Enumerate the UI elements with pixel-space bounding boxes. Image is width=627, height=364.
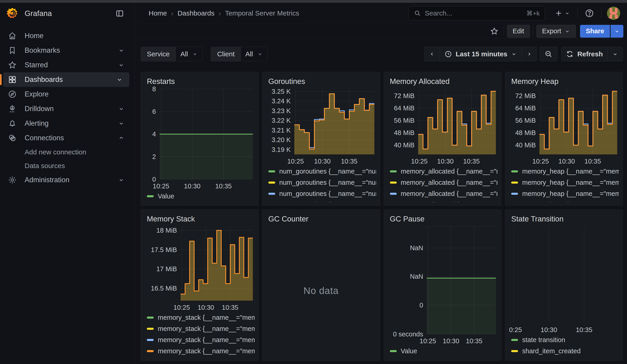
sidebar-item-label: Home: [25, 32, 44, 40]
chevron-down-icon: [118, 47, 125, 54]
header-divider: [577, 8, 577, 18]
legend-item[interactable]: num_goroutines {__name__="num_go: [268, 166, 376, 177]
window-title-strip: [0, 0, 627, 3]
favorite-star-button[interactable]: [488, 25, 500, 37]
sidebar-item-bookmarks[interactable]: Bookmarks: [0, 43, 134, 58]
refresh-group: Refresh: [561, 47, 623, 61]
avatar[interactable]: [607, 7, 620, 20]
svg-text:0 seconds: 0 seconds: [393, 330, 423, 338]
sidebar-subitem-label: Data sources: [25, 162, 65, 170]
svg-text:3.25 K: 3.25 K: [271, 88, 291, 95]
svg-text:64 MiB: 64 MiB: [394, 104, 414, 112]
panel-chart: 40 MiB48 MiB56 MiB64 MiB72 MiB10:2510:30…: [509, 87, 619, 165]
panel: State Transition 10:2510:3010:35 state t…: [505, 209, 623, 361]
legend-item[interactable]: memory_allocated {__name__="memc: [390, 188, 498, 199]
client-variable[interactable]: Client All: [211, 47, 268, 61]
header-divider: [601, 8, 601, 18]
sidebar-item-data-sources[interactable]: Data sources: [0, 159, 134, 173]
share-menu-button[interactable]: [611, 25, 623, 38]
sidebar-item-home[interactable]: Home: [0, 29, 134, 43]
panel-title[interactable]: Restarts: [145, 75, 255, 87]
panel-title[interactable]: Memory Heap: [509, 75, 619, 87]
sidebar-item-alerting[interactable]: Alerting: [0, 116, 134, 131]
grafana-logo[interactable]: [6, 7, 19, 20]
panel-title[interactable]: Memory Stack: [145, 213, 255, 224]
service-variable-selected: All: [180, 50, 188, 58]
sidebar-item-drilldown[interactable]: Drilldown: [0, 102, 134, 116]
legend-item[interactable]: memory_heap {__name__="memory_h: [511, 166, 619, 177]
star-icon: [490, 27, 499, 36]
legend-item[interactable]: memory_heap {__name__="memory_h: [511, 188, 619, 199]
legend-item[interactable]: num_goroutines {__name__="num_go: [268, 177, 376, 188]
time-range-picker[interactable]: Last 15 minutes: [440, 47, 522, 61]
legend-item[interactable]: state transition: [511, 334, 619, 346]
sidebar-item-connections[interactable]: Connections: [0, 131, 134, 145]
help-button[interactable]: [583, 7, 596, 20]
svg-text:4: 4: [152, 130, 156, 138]
refresh-icon: [566, 50, 574, 58]
header-actions: [553, 7, 620, 20]
sidebar-collapse-button[interactable]: [113, 7, 126, 20]
share-button[interactable]: Share: [580, 25, 610, 38]
panel-title[interactable]: Goroutines: [266, 75, 376, 87]
legend-item[interactable]: memory_stack {__name__="memory_s: [147, 312, 255, 323]
panel-legend: Value: [388, 345, 498, 357]
sidebar-item-dashboards[interactable]: Dashboards: [3, 72, 129, 87]
legend-item[interactable]: num_goroutines {__name__="num_go: [268, 188, 376, 199]
breadcrumb-dashboards[interactable]: Dashboards: [178, 9, 214, 17]
drilldown-icon: [8, 104, 17, 113]
legend-item[interactable]: memory_stack {__name__="memory_s: [147, 323, 255, 334]
panel-title[interactable]: GC Pause: [388, 213, 498, 224]
toolbar-divider: [504, 26, 504, 36]
legend-item[interactable]: memory_stack {__name__="memory_s: [147, 346, 255, 357]
svg-text:3.23 K: 3.23 K: [271, 107, 291, 114]
panel-chart: No data: [266, 224, 376, 357]
edit-button[interactable]: Edit: [507, 25, 530, 38]
main-column: Home › Dashboards › Temporal Server Metr…: [135, 3, 627, 364]
sidebar: Grafana Home Bookma: [0, 3, 135, 364]
legend-item[interactable]: memory_allocated {__name__="memc: [390, 166, 498, 177]
zoom-out-button[interactable]: [540, 47, 558, 61]
new-button[interactable]: [553, 7, 572, 19]
panel-title[interactable]: Memory Allocated: [388, 75, 498, 87]
legend-item[interactable]: memory_allocated {__name__="memc: [390, 177, 498, 188]
panel: Goroutines 3.19 K3.20 K3.21 K3.22 K3.23 …: [262, 72, 380, 206]
sidebar-item-starred[interactable]: Starred: [0, 58, 134, 72]
legend-swatch: [511, 170, 518, 172]
svg-text:NaN: NaN: [410, 244, 423, 252]
sidebar-item-label: Alerting: [25, 119, 49, 127]
sidebar-item-administration[interactable]: Administration: [0, 173, 134, 187]
legend-item[interactable]: memory_heap {__name__="memory_h: [511, 177, 619, 188]
service-variable-label: Service: [141, 47, 176, 61]
panel-title[interactable]: State Transition: [509, 213, 619, 224]
legend-label: num_goroutines {__name__="num_go: [279, 168, 376, 175]
sidebar-item-explore[interactable]: Explore: [0, 87, 134, 102]
time-shift-back-button[interactable]: [424, 47, 440, 61]
client-variable-value[interactable]: All: [241, 47, 267, 61]
sidebar-item-add-new-connection[interactable]: Add new connection: [0, 145, 134, 159]
legend-item[interactable]: memory_stack {__name__="memory_s: [147, 334, 255, 346]
chevron-down-icon: [614, 28, 620, 34]
service-variable-value[interactable]: All: [176, 47, 203, 61]
chevron-down-icon: [118, 120, 125, 127]
search-input[interactable]: Search... ⌘+k: [409, 6, 545, 20]
legend-item[interactable]: memory_allocated {__name__="memc: [390, 199, 498, 202]
legend-item[interactable]: shard_item_created: [511, 346, 619, 357]
legend-item[interactable]: memory_heap {__name__="memory_h: [511, 199, 619, 202]
panel: Memory Allocated 40 MiB48 MiB56 MiB64 Mi…: [384, 72, 502, 206]
breadcrumb-home[interactable]: Home: [149, 9, 167, 17]
refresh-button[interactable]: Refresh: [561, 47, 608, 61]
legend-item[interactable]: Value: [147, 191, 255, 202]
legend-item[interactable]: num_goroutines {__name__="num_go: [268, 199, 376, 202]
legend-label: memory_heap {__name__="memory_h: [522, 190, 619, 198]
legend-item[interactable]: Value: [390, 346, 498, 357]
time-shift-forward-button[interactable]: [522, 47, 537, 61]
service-variable[interactable]: Service All: [141, 47, 203, 61]
legend-label: num_goroutines {__name__="num_go: [279, 190, 376, 198]
svg-text:40 MiB: 40 MiB: [515, 141, 536, 149]
chevron-down-icon: [564, 28, 570, 34]
panel-title[interactable]: GC Counter: [266, 213, 376, 224]
export-button[interactable]: Export: [536, 25, 576, 38]
refresh-interval-button[interactable]: [607, 47, 623, 61]
svg-text:56 MiB: 56 MiB: [394, 117, 414, 124]
